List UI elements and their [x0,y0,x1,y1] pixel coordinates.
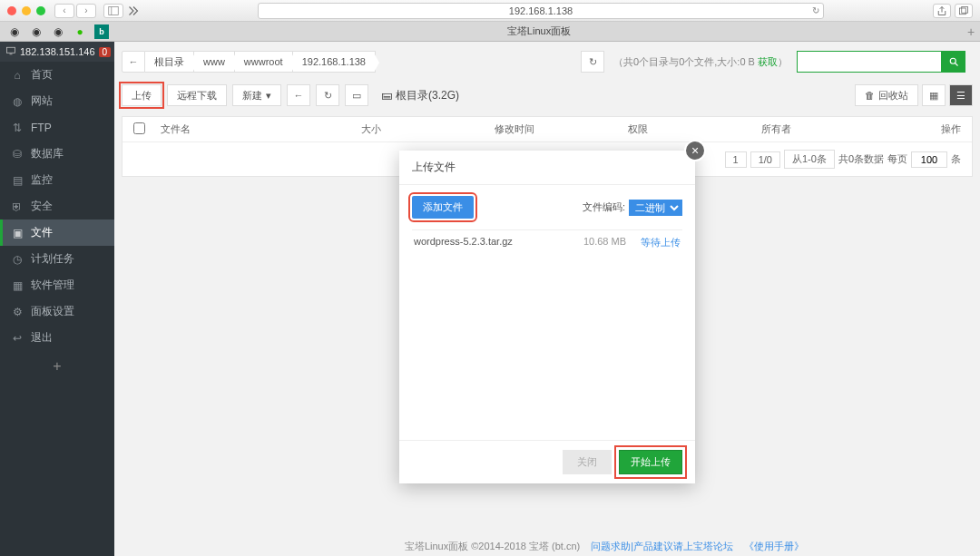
reload-icon[interactable]: ↻ [812,5,819,15]
modal-overlay: × 上传文件 添加文件 文件编码: 二进制 wor [114,42,980,556]
file-list: wordpress-5.2.3.tar.gz 10.68 MB 等待上传 [412,229,682,429]
sidebar-item-website[interactable]: ◍网站 [0,88,114,114]
minimize-window[interactable] [22,6,31,15]
gear-icon: ⚙ [11,306,24,318]
sidebar-item-software[interactable]: ▦软件管理 [0,272,114,298]
reader-icon[interactable] [123,4,143,18]
svg-rect-2 [960,8,966,15]
start-upload-button[interactable]: 开始上传 [619,450,682,474]
footer: 宝塔Linux面板 ©2014-2018 宝塔 (bt.cn) 问题求助|产品建… [229,536,980,556]
window-controls [7,6,45,15]
exit-icon: ↩ [11,332,24,345]
new-tab-button[interactable]: + [962,24,980,39]
file-row: wordpress-5.2.3.tar.gz 10.68 MB 等待上传 [412,230,682,255]
modal-body: 添加文件 文件编码: 二进制 wordpress-5.2.3.tar.gz 10… [399,185,695,440]
home-icon: ⌂ [11,69,24,82]
cancel-button[interactable]: 关闭 [563,450,612,474]
tabs-icon[interactable] [955,4,973,18]
sidebar-item-security[interactable]: ⛨安全 [0,193,114,219]
wechat-icon[interactable]: ● [73,24,87,39]
svg-rect-0 [109,6,119,15]
modal-title: 上传文件 [399,151,695,185]
share-icon[interactable] [933,4,951,18]
notification-badge[interactable]: 0 [99,47,112,57]
sidebar-item-cron[interactable]: ◷计划任务 [0,246,114,272]
github-icon-3[interactable]: ◉ [51,24,65,39]
favorites-bar: ◉ ◉ ◉ ● b [0,24,116,39]
encoding-label: 文件编码: [583,200,625,214]
share-buttons [933,4,973,18]
monitor-icon: ▤ [11,174,24,187]
manual-link[interactable]: 《使用手册》 [744,540,804,553]
encoding-select[interactable]: 二进制 [629,200,682,216]
database-icon: ⛁ [11,148,24,161]
maximize-window[interactable] [36,6,45,15]
server-ip: 182.138.151.146 [20,46,95,57]
nav-buttons: ‹ › [54,4,96,18]
sidebar-item-monitor[interactable]: ▤监控 [0,167,114,193]
sidebar-item-database[interactable]: ⛁数据库 [0,141,114,167]
file-size: 10.68 MB [563,236,626,249]
shield-icon: ⛨ [11,200,24,213]
globe-icon: ◍ [11,95,24,108]
sidebar-header: 182.138.151.146 0 [0,42,114,62]
url-bar[interactable]: 192.168.1.138 ↻ [258,3,824,19]
upload-modal: × 上传文件 添加文件 文件编码: 二进制 wor [399,151,695,483]
forward-button[interactable]: › [76,4,96,18]
content-area: ← 根目录 www wwwroot 192.168.1.138 ↻ （共0个目录… [114,42,980,556]
svg-rect-3 [962,6,968,13]
sidebar-item-home[interactable]: ⌂首页 [0,62,114,88]
tab-title[interactable]: 宝塔Linux面板 [116,24,962,38]
github-icon-2[interactable]: ◉ [29,24,44,39]
encoding-selector: 文件编码: 二进制 [583,200,682,216]
modal-footer: 关闭 开始上传 [399,440,695,483]
add-file-button[interactable]: 添加文件 [412,196,474,219]
file-status: 等待上传 [626,236,681,249]
grid-icon: ▦ [11,279,24,292]
file-name: wordpress-5.2.3.tar.gz [414,236,563,249]
back-button[interactable]: ‹ [54,4,74,18]
sidebar-add[interactable]: + [0,351,114,382]
clock-icon: ◷ [11,253,24,266]
close-window[interactable] [7,6,16,15]
ftp-icon: ⇅ [11,122,24,134]
folder-icon: ▣ [11,227,24,239]
modal-close-button[interactable]: × [684,140,706,161]
sidebar-item-logout[interactable]: ↩退出 [0,325,114,351]
svg-rect-4 [7,47,15,53]
tab-bar: ◉ ◉ ◉ ● b 宝塔Linux面板 + [0,22,980,42]
sidebar-item-files[interactable]: ▣文件 [0,219,114,246]
copyright: 宝塔Linux面板 ©2014-2018 宝塔 (bt.cn) [405,540,580,553]
github-icon[interactable]: ◉ [7,24,22,39]
sidebar-toggle-icon[interactable] [103,4,123,18]
sidebar-item-settings[interactable]: ⚙面板设置 [0,298,114,325]
sidebar-item-ftp[interactable]: ⇅FTP [0,114,114,141]
browser-chrome: ‹ › 192.168.1.138 ↻ [0,0,980,22]
server-icon [5,45,16,58]
forum-link[interactable]: 问题求助|产品建议请上宝塔论坛 [591,540,733,553]
bing-icon[interactable]: b [94,24,109,39]
sidebar: 182.138.151.146 0 ⌂首页 ◍网站 ⇅FTP ⛁数据库 ▤监控 … [0,42,114,556]
url-text: 192.168.1.138 [509,5,573,16]
